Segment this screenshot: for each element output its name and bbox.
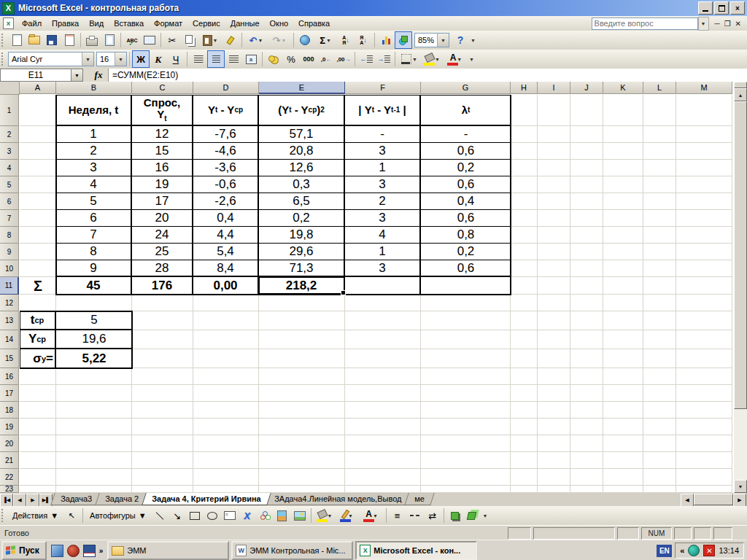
font-color-dropdown-icon[interactable]: ▼ [373, 513, 378, 518]
header-deviation-squared[interactable]: (Yt - Yср)2 [259, 95, 345, 126]
zoom-combobox[interactable]: 85% ▼ [414, 33, 449, 47]
column-header-L[interactable]: L [643, 82, 676, 94]
cell-F7[interactable]: 3 [345, 210, 421, 227]
row-header-1[interactable]: 1 [0, 95, 19, 126]
cell-G4[interactable]: 0,2 [421, 160, 511, 176]
restore-button[interactable] [714, 1, 729, 15]
sheet-tab-zadacha3[interactable]: Задача3 [50, 493, 102, 505]
scroll-right-button[interactable]: ▶ [733, 494, 746, 507]
print-button[interactable] [83, 31, 101, 49]
cell-D3[interactable]: -4,6 [193, 143, 259, 160]
sort-descending-button[interactable]: ЯА ↓ [355, 31, 372, 49]
scroll-down-button[interactable]: ▼ [734, 480, 747, 493]
cell-F4[interactable]: 1 [345, 160, 421, 176]
cells-area[interactable]: Неделя, t Спрос, Yt Yt - Yср (Yt - Yср)2… [20, 95, 732, 493]
header-week[interactable]: Неделя, t [56, 95, 132, 126]
row-header-22[interactable]: 22 [0, 469, 19, 486]
cell-G2[interactable]: - [421, 126, 511, 143]
decrease-decimal-button[interactable]: ,00→ [335, 50, 352, 68]
row-header-14[interactable]: 14 [0, 330, 19, 349]
cell-C11[interactable]: 176 [132, 277, 193, 295]
column-header-G[interactable]: G [421, 82, 511, 94]
redo-button[interactable]: ↷▼ [268, 31, 291, 49]
cell-F6[interactable]: 2 [345, 193, 421, 210]
cell-F11[interactable] [345, 277, 421, 295]
cell-D10[interactable]: 8,4 [193, 260, 259, 277]
prev-sheet-button[interactable]: ◀ [13, 494, 26, 507]
sort-ascending-button[interactable]: АЯ ↓ [337, 31, 355, 49]
language-indicator[interactable]: EN [657, 545, 672, 557]
cell-E4[interactable]: 12,6 [259, 160, 345, 176]
dash-style-button[interactable] [406, 507, 424, 524]
header-lambda[interactable]: λ t [421, 95, 511, 126]
toolbar-options-button[interactable]: ▼ [481, 508, 489, 524]
cell-B2[interactable]: 1 [56, 126, 132, 143]
fill-color-dropdown-icon[interactable]: ▼ [435, 57, 440, 62]
cell-G7[interactable]: 0,6 [421, 210, 511, 227]
row-header-17[interactable]: 17 [0, 385, 19, 402]
cell-C9[interactable]: 25 [132, 244, 193, 260]
formula-input[interactable]: =СУММ(E2:E10) [108, 69, 747, 82]
increase-decimal-button[interactable]: ,0← [317, 50, 335, 68]
line-color-button[interactable]: ▼ [337, 507, 360, 524]
drawing-button[interactable] [395, 31, 412, 49]
stat-label-t-avg[interactable]: tср [20, 311, 56, 330]
3d-style-button[interactable] [464, 507, 481, 524]
clip-art-button[interactable] [274, 507, 291, 524]
arrow-button[interactable]: ↘ [169, 507, 186, 524]
arrow-style-button[interactable]: ⇄ [424, 507, 441, 524]
vertical-scroll-thumb[interactable] [734, 101, 747, 409]
cell-D11[interactable]: 0,00 [193, 277, 259, 295]
name-box[interactable]: E11 [0, 69, 71, 82]
cell-C10[interactable]: 28 [132, 260, 193, 277]
column-header-F[interactable]: F [345, 82, 421, 94]
row-header-8[interactable]: 8 [0, 227, 19, 244]
align-left-button[interactable] [190, 50, 207, 68]
font-color-dropdown-icon[interactable]: ▼ [457, 57, 462, 62]
header-abs-diff[interactable]: | Yt - Yt-1 | [345, 95, 421, 126]
close-button[interactable]: × [730, 1, 745, 15]
cell-B8[interactable]: 7 [56, 227, 132, 244]
toolbar-options-button[interactable]: ▼ [469, 32, 477, 48]
row-header-10[interactable]: 10 [0, 260, 19, 277]
row-header-3[interactable]: 3 [0, 143, 19, 160]
cell-G5[interactable]: 0,6 [421, 176, 511, 193]
sheet-tab-zadacha4-linear[interactable]: ЗАдача4.Линейная модель,Вывод [264, 493, 411, 505]
cell-D6[interactable]: -2,6 [193, 193, 259, 210]
percent-button[interactable]: % [282, 50, 300, 68]
minimize-button[interactable] [698, 1, 713, 15]
hyperlink-button[interactable] [296, 31, 314, 49]
tray-alert-icon[interactable]: ✕ [703, 545, 715, 556]
column-header-J[interactable]: J [570, 82, 603, 94]
cell-D8[interactable]: 4,4 [193, 227, 259, 244]
stat-label-sigma[interactable]: σy= [20, 349, 56, 368]
menu-file[interactable]: Файл [17, 18, 47, 29]
comma-style-button[interactable]: 000 [300, 50, 317, 68]
bold-button[interactable]: Ж [132, 50, 150, 68]
print-preview-button[interactable] [101, 31, 118, 49]
name-box-dropdown-icon[interactable]: ▼ [71, 69, 83, 82]
cell-G6[interactable]: 0,4 [421, 193, 511, 210]
copy-button[interactable] [181, 31, 198, 49]
row-header-13[interactable]: 13 [0, 311, 19, 330]
font-size-combobox[interactable]: 16 ▼ [96, 52, 127, 66]
autosum-button[interactable]: Σ▼ [314, 31, 337, 49]
scroll-left-button[interactable]: ◀ [681, 494, 694, 507]
select-all-corner[interactable] [0, 82, 20, 95]
column-header-I[interactable]: I [538, 82, 570, 94]
text-box-button[interactable]: ≡ [221, 507, 239, 524]
column-header-K[interactable]: K [603, 82, 643, 94]
draw-actions-menu[interactable]: Действия▼ [8, 510, 63, 521]
cell-C5[interactable]: 19 [132, 176, 193, 193]
row-header-2[interactable]: 2 [0, 126, 19, 143]
row-header-11[interactable]: 11 [0, 277, 19, 295]
cell-B11[interactable]: 45 [56, 277, 132, 295]
menu-format[interactable]: Формат [149, 18, 187, 29]
cell-G8[interactable]: 0,8 [421, 227, 511, 244]
cell-E2[interactable]: 57,1 [259, 126, 345, 143]
paste-button[interactable]: ▼ [198, 31, 222, 49]
cell-C7[interactable]: 20 [132, 210, 193, 227]
row-header-16[interactable]: 16 [0, 368, 19, 385]
menu-window[interactable]: Окно [265, 18, 294, 29]
menu-tools[interactable]: Сервис [187, 18, 225, 29]
